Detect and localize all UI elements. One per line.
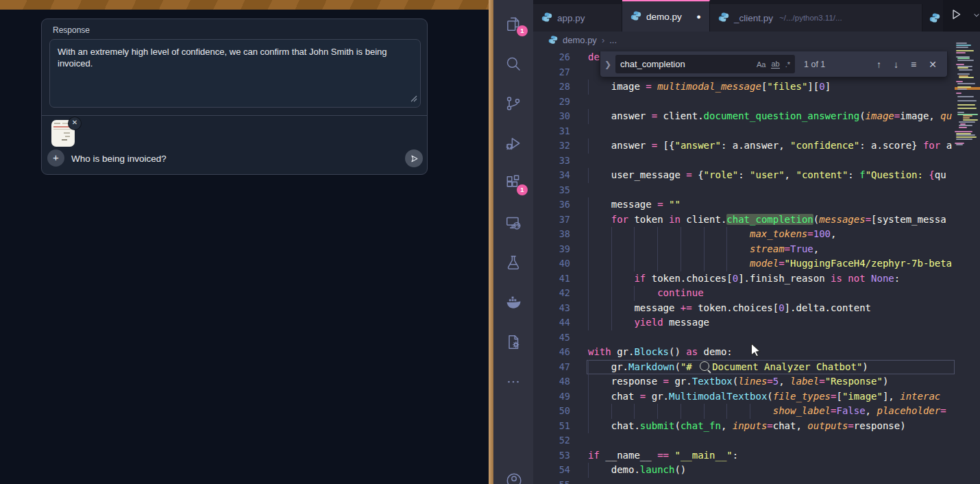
- regex-icon[interactable]: .*: [785, 60, 790, 69]
- line-text: [587, 95, 955, 110]
- code-line-28[interactable]: 28 image = multimodal_message["files"][0…: [533, 80, 955, 95]
- run-icon[interactable]: [950, 8, 962, 23]
- line-text: show_label=False, placeholder=: [587, 404, 955, 419]
- line-number: 30: [533, 109, 587, 124]
- gradio-form-panel: Response With an extremely high level of…: [41, 19, 428, 175]
- line-number: 39: [533, 242, 587, 257]
- remove-attachment-button[interactable]: ✕: [68, 117, 82, 130]
- response-textarea[interactable]: With an extremely high level of confiden…: [49, 39, 421, 108]
- code-line-45[interactable]: 45: [533, 330, 955, 346]
- next-match-icon[interactable]: ↓: [894, 59, 898, 70]
- code-line-32[interactable]: 32 answer = [{"answer": a.answer, "confi…: [533, 138, 955, 154]
- mouse-cursor-icon: [750, 343, 761, 360]
- code-line-33[interactable]: 33: [533, 154, 955, 169]
- whole-word-icon[interactable]: ab: [771, 60, 779, 69]
- activity-item-task-file-icon[interactable]: [504, 333, 522, 351]
- code-line-43[interactable]: 43 message += token.choices[0].delta.con…: [533, 301, 955, 316]
- activity-item-account-icon[interactable]: [504, 472, 522, 484]
- line-text: max_tokens=100,: [587, 227, 955, 242]
- code-line-34[interactable]: 34 user_message = {"role": "user", "cont…: [533, 168, 955, 183]
- code-line-31[interactable]: 31: [533, 124, 955, 139]
- code-line-42[interactable]: 42 continue: [533, 286, 955, 301]
- breadcrumb-symbol[interactable]: ...: [609, 35, 617, 45]
- activity-item-source-control-icon[interactable]: [504, 95, 522, 112]
- response-text: With an extremely high level of confiden…: [58, 47, 387, 69]
- code-line-41[interactable]: 41 if token.choices[0].finish_reason is …: [533, 271, 955, 287]
- close-find-icon[interactable]: ✕: [929, 59, 937, 70]
- line-number: 35: [533, 183, 587, 198]
- line-text: model="HuggingFaceH4/zephyr-7b-beta: [587, 256, 955, 271]
- code-line-35[interactable]: 35: [533, 183, 955, 198]
- line-number: 40: [533, 256, 587, 271]
- toggle-replace-icon[interactable]: ❯: [600, 60, 615, 69]
- breadcrumb[interactable]: demo.py › ...: [533, 32, 980, 48]
- vscode-window: 11 app.pydemo.py●_client.py~/.../python3…: [493, 0, 980, 484]
- tab-label: _client.py: [734, 13, 773, 23]
- chat-input-text[interactable]: Who is being invoiced?: [71, 154, 167, 164]
- activity-item-more-icon[interactable]: [504, 373, 522, 391]
- activity-item-docker-icon[interactable]: [504, 293, 522, 311]
- activity-item-run-debug-icon[interactable]: [504, 134, 522, 152]
- tab-partial[interactable]: [922, 4, 943, 32]
- line-number: 48: [533, 374, 587, 389]
- line-text: [587, 330, 955, 346]
- line-text: [587, 183, 955, 198]
- code-line-53[interactable]: 53if __name__ == "__main__":: [533, 448, 955, 463]
- tab-demo.py[interactable]: demo.py●: [622, 0, 710, 32]
- line-text: yield message: [587, 315, 955, 330]
- magnifier-emoji-icon: [700, 361, 709, 371]
- tab-app.py[interactable]: app.py: [533, 4, 622, 32]
- line-text: [587, 154, 955, 169]
- activity-item-search-icon[interactable]: [504, 55, 522, 73]
- python-file-icon: [718, 12, 729, 25]
- minimap[interactable]: [955, 32, 980, 484]
- code-line-51[interactable]: 51 chat.submit(chat_fn, inputs=chat, out…: [533, 419, 955, 434]
- line-number: 52: [533, 433, 587, 448]
- activity-item-testing-icon[interactable]: [504, 254, 522, 271]
- window-divider[interactable]: [489, 0, 493, 484]
- code-line-29[interactable]: 29: [533, 95, 955, 110]
- code-line-49[interactable]: 49 chat = gr.MultimodalTextbox(file_type…: [533, 389, 955, 404]
- send-button[interactable]: [405, 149, 423, 167]
- line-number: 44: [533, 315, 587, 330]
- code-line-46[interactable]: 46with gr.Blocks() as demo:: [533, 345, 955, 360]
- code-line-40[interactable]: 40 model="HuggingFaceH4/zephyr-7b-beta: [533, 256, 955, 271]
- editor-actions: [943, 0, 980, 32]
- line-text: answer = client.document_question_answer…: [587, 109, 955, 124]
- find-query[interactable]: chat_completion: [620, 59, 751, 69]
- activity-item-extensions-icon[interactable]: 1: [504, 174, 522, 192]
- code-line-52[interactable]: 52: [533, 433, 955, 448]
- breadcrumb-file[interactable]: demo.py: [563, 35, 597, 45]
- line-text: message = "": [587, 197, 955, 213]
- line-number: 53: [533, 448, 587, 463]
- chevron-down-icon[interactable]: [972, 10, 980, 22]
- code-line-30[interactable]: 30 answer = client.document_question_ans…: [533, 109, 955, 124]
- match-case-icon[interactable]: Aa: [757, 60, 765, 69]
- code-line-54[interactable]: 54 demo.launch(): [533, 463, 955, 478]
- code-line-37[interactable]: 37 for token in client.chat_completion(m…: [533, 213, 955, 228]
- code-line-55[interactable]: 55: [533, 478, 955, 484]
- activity-item-remote-explorer-icon[interactable]: [504, 214, 522, 232]
- code-line-39[interactable]: 39 stream=True,: [533, 242, 955, 257]
- line-number: 34: [533, 168, 587, 183]
- line-text: [587, 124, 955, 139]
- previous-match-icon[interactable]: ↑: [877, 59, 881, 70]
- line-number: 32: [533, 138, 587, 154]
- python-file-icon: [541, 12, 552, 25]
- code-line-44[interactable]: 44 yield message: [533, 315, 955, 330]
- code-line-38[interactable]: 38 max_tokens=100,: [533, 227, 955, 242]
- add-file-button[interactable]: +: [47, 149, 64, 167]
- code-line-50[interactable]: 50 show_label=False, placeholder=: [533, 404, 955, 419]
- find-input[interactable]: chat_completion Aa ab .*: [615, 55, 795, 73]
- code-line-47[interactable]: 47 gr.Markdown("# Document Analyzer Chat…: [533, 360, 955, 375]
- modified-dot-icon[interactable]: ●: [696, 12, 701, 21]
- code-line-48[interactable]: 48 response = gr.Textbox(lines=5, label=…: [533, 374, 955, 389]
- activity-item-explorer-icon[interactable]: 1: [504, 15, 522, 33]
- resize-handle-icon[interactable]: [411, 93, 417, 105]
- tab-strip: app.pydemo.py●_client.py~/.../python3.11…: [533, 0, 980, 32]
- line-text: message += token.choices[0].delta.conten…: [587, 301, 955, 316]
- code-line-36[interactable]: 36 message = "": [533, 197, 955, 213]
- tab-_client.py[interactable]: _client.py~/.../python3.11/...: [710, 4, 922, 32]
- line-number: 27: [533, 65, 587, 80]
- find-in-selection-icon[interactable]: ≡: [911, 59, 916, 70]
